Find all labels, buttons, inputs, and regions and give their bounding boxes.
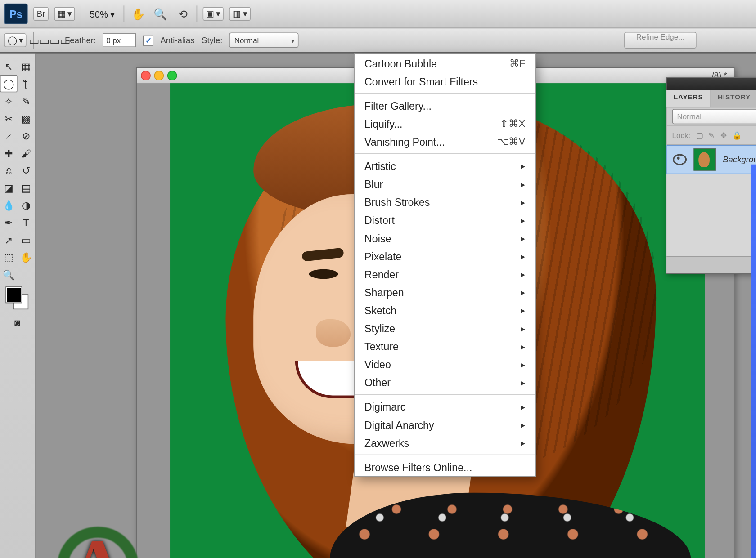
blur-tool[interactable]: 💧 — [0, 196, 18, 214]
menu-item-brush-strokes[interactable]: Brush Strokes — [355, 193, 535, 211]
menu-item-artistic[interactable]: Artistic — [355, 157, 535, 175]
menu-item-sketch[interactable]: Sketch — [355, 301, 535, 319]
menu-item-sharpen[interactable]: Sharpen — [355, 283, 535, 301]
path-tool[interactable]: ↗ — [0, 231, 18, 249]
type-tool[interactable]: T — [18, 214, 35, 231]
feather-input[interactable]: 0 px — [103, 33, 136, 47]
lock-label: Lock: — [672, 131, 691, 140]
selection-mode-icons[interactable]: ▭▭▭▭ — [41, 33, 58, 48]
workspace-button[interactable]: ▥ ▾ — [230, 7, 251, 21]
menu-item-vanishing-point[interactable]: Vanishing Point...⌥⌘V — [355, 133, 535, 151]
shape-tool[interactable]: ▭ — [18, 231, 35, 249]
lock-position-icon[interactable]: ✥ — [720, 131, 727, 140]
blend-mode-dropdown[interactable]: Normal — [672, 109, 756, 124]
zoom-level[interactable]: 50% ▾ — [87, 9, 118, 19]
lock-pixels-icon[interactable]: ▢ — [696, 131, 703, 140]
menu-separator — [355, 153, 535, 154]
workspace: ↖▦ ◯ƪ ✧✎ ✂▩ ⟋⊘ ✚🖌 ⎌↺ ◪▤ 💧◑ ✒T ↗▭ ⬚✋ 🔍 ◙ — [0, 54, 756, 558]
slice-tool[interactable]: ▩ — [18, 110, 35, 127]
zoom-tool[interactable]: 🔍 — [0, 266, 18, 283]
menu-item-browse-filters-online[interactable]: Browse Filters Online... — [355, 458, 535, 476]
3d-tool[interactable]: ⬚ — [0, 248, 18, 266]
heal-tool[interactable]: ✚ — [0, 144, 18, 162]
separator — [197, 5, 198, 22]
feather-label: Feather: — [65, 36, 96, 45]
marquee-shape-button[interactable]: ◯ ▾ — [4, 33, 27, 47]
menu-item-video[interactable]: Video — [355, 355, 535, 373]
menu-item-filter-gallery[interactable]: Filter Gallery... — [355, 96, 535, 114]
menu-item-blur[interactable]: Blur — [355, 175, 535, 193]
history-brush-tool[interactable]: ↺ — [18, 162, 35, 179]
app-toolbar: Ps Br ▦ ▾ 50% ▾ ✋ 🔍 ⟲ ▣ ▾ ▥ ▾ — [0, 0, 756, 28]
menu-separator — [355, 394, 535, 395]
menu-item-noise[interactable]: Noise — [355, 229, 535, 247]
menu-item-other[interactable]: Other — [355, 373, 535, 391]
gradient-tool[interactable]: ▤ — [18, 179, 35, 196]
move-tool[interactable]: ↖ — [0, 58, 18, 75]
separator — [81, 5, 82, 22]
antialias-checkbox[interactable]: ✓ — [143, 35, 153, 45]
layer-row[interactable]: Background 🔒 — [666, 145, 756, 174]
menu-item-distort[interactable]: Distort — [355, 211, 535, 229]
menu-item-zaxwerks[interactable]: Zaxwerks — [355, 433, 535, 451]
menu-item-cartoon-bubble[interactable]: Cartoon Bubble⌘F — [355, 54, 535, 72]
hand-tool-icon[interactable]: ✋ — [130, 6, 147, 22]
tab-history[interactable]: HISTORY — [711, 90, 756, 107]
quickmask-toggle[interactable]: ◙ — [9, 313, 26, 331]
crop-tool[interactable]: ✂ — [0, 110, 18, 127]
tools-panel: ↖▦ ◯ƪ ✧✎ ✂▩ ⟋⊘ ✚🖌 ⎌↺ ◪▤ 💧◑ ✒T ↗▭ ⬚✋ 🔍 ◙ — [0, 54, 36, 558]
foreground-swatch[interactable] — [6, 287, 22, 303]
eraser-tool[interactable]: ◪ — [0, 179, 18, 196]
menu-item-convert-for-smart-filters[interactable]: Convert for Smart Filters — [355, 72, 535, 90]
style-label: Style: — [202, 36, 222, 45]
window-controls — [141, 71, 177, 80]
lock-row: Lock: ▢ ✎ ✥ 🔒 Fill: — [666, 126, 756, 145]
ruler-tool[interactable]: ⊘ — [18, 127, 35, 144]
layer-list: Background 🔒 — [666, 145, 756, 256]
brush-tool[interactable]: 🖌 — [18, 144, 35, 162]
tab-layers[interactable]: LAYERS — [666, 90, 711, 107]
panel-grip[interactable] — [666, 78, 756, 90]
menu-item-digital-anarchy[interactable]: Digital Anarchy — [355, 415, 535, 433]
menu-item-texture[interactable]: Texture — [355, 337, 535, 355]
pen-tool[interactable]: ✒ — [0, 214, 18, 231]
eyedrop-tool[interactable]: ⟋ — [0, 127, 18, 144]
menu-separator — [355, 93, 535, 94]
marquee-tool[interactable]: ◯ — [0, 75, 18, 93]
wand-tool[interactable]: ✧ — [0, 92, 18, 110]
refine-edge-button[interactable]: Refine Edge... — [625, 32, 697, 49]
options-bar: ◯ ▾ ▭▭▭▭ Feather: 0 px ✓ Anti-alias Styl… — [0, 28, 756, 54]
bridge-button[interactable]: Br — [33, 7, 49, 21]
arrange-docs-button[interactable]: ▦ ▾ — [54, 7, 75, 21]
menu-item-render[interactable]: Render — [355, 265, 535, 283]
watermark-logo: A — [53, 522, 143, 558]
minimize-icon[interactable] — [154, 71, 164, 80]
layer-thumbnail[interactable] — [693, 148, 716, 170]
zoom-window-icon[interactable] — [167, 71, 177, 80]
zoom-tool-icon[interactable]: 🔍 — [152, 6, 169, 22]
separator — [124, 5, 125, 22]
portrait-eye — [309, 269, 338, 279]
menu-item-stylize[interactable]: Stylize — [355, 319, 535, 337]
lock-paint-icon[interactable]: ✎ — [708, 131, 715, 140]
menu-separator — [355, 455, 535, 455]
dodge-tool[interactable]: ◑ — [18, 196, 35, 214]
rotate-view-icon[interactable]: ⟲ — [174, 6, 191, 22]
close-icon[interactable] — [141, 71, 151, 80]
antialias-label: Anti-alias — [161, 36, 195, 45]
video-scrollbar — [751, 165, 756, 558]
menu-item-digimarc[interactable]: Digimarc — [355, 397, 535, 415]
style-dropdown[interactable]: Normal — [230, 33, 299, 48]
visibility-icon[interactable] — [673, 154, 687, 165]
stamp-tool[interactable]: ⎌ — [0, 162, 18, 179]
layer-name[interactable]: Background — [723, 155, 756, 165]
artboard-tool[interactable]: ▦ — [18, 58, 35, 75]
quickselect-tool[interactable]: ✎ — [18, 92, 35, 110]
lasso-tool[interactable]: ƪ — [18, 75, 35, 93]
screen-mode-button[interactable]: ▣ ▾ — [203, 7, 224, 21]
color-swatches[interactable] — [6, 287, 28, 309]
hand-tool[interactable]: ✋ — [18, 248, 35, 266]
menu-item-pixelate[interactable]: Pixelate — [355, 247, 535, 265]
lock-all-icon[interactable]: 🔒 — [732, 131, 742, 140]
menu-item-liquify[interactable]: Liquify...⇧⌘X — [355, 115, 535, 133]
